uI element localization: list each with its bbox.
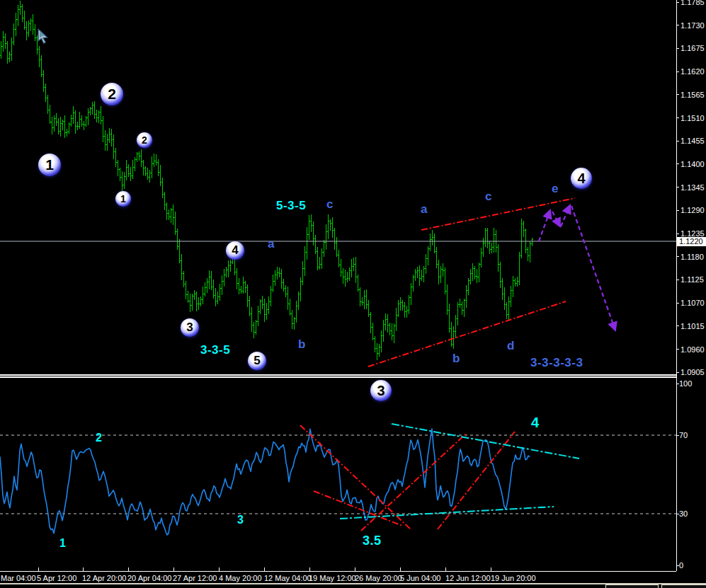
oscillator-axis-label: 30 <box>679 509 688 518</box>
mouse-cursor-icon <box>37 28 50 47</box>
price-axis-label: 1.1180 <box>681 253 704 261</box>
oscillator-wave-label[interactable]: 2 <box>96 432 102 444</box>
time-axis-label: 5 Jun 04:00 <box>400 574 441 582</box>
price-axis-label: 1.0960 <box>681 345 705 354</box>
wave-label[interactable]: d <box>507 339 515 353</box>
time-axis-label: 4 May 20:00 <box>219 574 262 582</box>
wave-label[interactable]: b <box>452 352 460 366</box>
price-axis-label: 1.1290 <box>681 206 705 214</box>
axis-lines <box>0 0 679 571</box>
wave-circle-label[interactable]: 2 <box>137 132 152 148</box>
time-axis-label: 26 May 20:00 <box>355 574 402 582</box>
wave-circle-label[interactable]: 1 <box>38 154 61 176</box>
statusbar-pane <box>605 584 659 588</box>
wave-label[interactable]: b <box>298 338 306 352</box>
statusbar-pane <box>661 584 706 588</box>
oscillator-wave-label[interactable]: 3.5 <box>363 534 382 548</box>
price-axis-label: 1.1070 <box>681 299 705 307</box>
wave-label[interactable]: a <box>268 237 275 251</box>
oscillator-level-lines <box>0 435 676 514</box>
window-bottom-border <box>0 583 706 584</box>
price-axis-label: 1.1620 <box>681 67 705 76</box>
oscillator-wave-label[interactable]: 3 <box>237 514 244 526</box>
wave-circle-label[interactable]: 3 <box>181 318 199 337</box>
chart-window: 1.17851.17301.16751.16201.15651.15101.14… <box>0 0 706 588</box>
time-axis-label: 27 Apr 12:00 <box>173 574 217 582</box>
wave-label[interactable]: c <box>485 190 492 204</box>
price-axis-label: 1.1345 <box>681 183 705 192</box>
wave-circle-label[interactable]: 2 <box>101 83 123 105</box>
time-axis-label: 12 May 04:00 <box>264 574 312 582</box>
oscillator-axis-label: 70 <box>679 431 688 439</box>
price-axis-label: 1.1015 <box>681 322 705 330</box>
oscillator-axis-label: 0 <box>679 561 683 570</box>
oscillator-wave-label[interactable]: 1 <box>59 537 66 550</box>
wave-circle-label[interactable]: 4 <box>226 241 244 260</box>
current-price-tag: 1.1220 <box>677 237 706 246</box>
wave-circle-label[interactable]: 3 <box>370 380 392 401</box>
price-axis-label: 1.1510 <box>681 114 705 122</box>
wave-label[interactable]: c <box>326 197 334 212</box>
time-axis-label: 20 Apr 04:00 <box>127 574 171 582</box>
price-axis-label: 1.1565 <box>681 91 705 99</box>
time-axis-label: 5 Apr 12:00 <box>37 574 76 582</box>
wave-label[interactable]: 3-3-5 <box>200 343 230 357</box>
wave-label[interactable]: e <box>552 182 559 196</box>
wave-label[interactable]: 3-3-3-3-3 <box>530 356 583 370</box>
oscillator-line <box>0 429 530 535</box>
price-axis-label: 1.0905 <box>681 368 705 376</box>
price-axis-label: 1.1675 <box>681 44 705 52</box>
price-axis-label: 1.1455 <box>681 137 705 145</box>
wave-label[interactable]: a <box>421 202 428 217</box>
price-axis-label: 1.1785 <box>681 0 705 6</box>
time-axis-label: 12 Apr 20:00 <box>82 574 126 582</box>
price-bars <box>0 1 533 360</box>
wave-circle-label[interactable]: 5 <box>248 352 266 370</box>
time-axis-label: 19 May 12:00 <box>309 574 356 582</box>
price-axis-label: 1.1125 <box>681 275 704 284</box>
time-axis-label: Mar 04:00 <box>1 574 36 582</box>
time-axis-label: 19 Jun 20:00 <box>491 574 536 582</box>
price-axis-label: 1.1730 <box>681 21 705 30</box>
oscillator-axis-label: 100 <box>679 379 692 388</box>
time-axis-label: 12 Jun 12:00 <box>445 574 491 582</box>
wave-circle-label[interactable]: 1 <box>115 191 131 207</box>
wave-circle-label[interactable]: 4 <box>571 168 592 189</box>
price-axis-label: 1.1400 <box>681 160 705 168</box>
oscillator-wave-label[interactable]: 4 <box>531 415 540 431</box>
wave-label[interactable]: 5-3-5 <box>276 199 306 213</box>
